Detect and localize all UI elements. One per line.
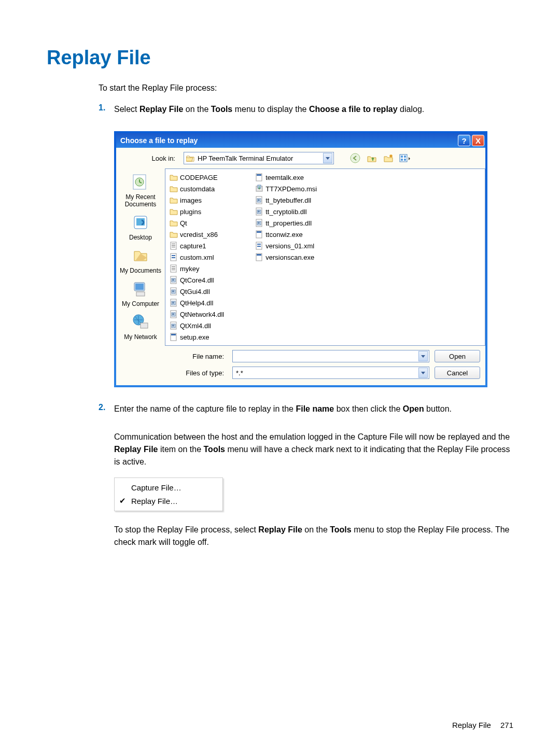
file-name-label: versions_01.xml (265, 242, 314, 250)
step1-b3: Choose a file to replay (309, 105, 398, 114)
file-icon (170, 242, 178, 250)
list-item[interactable]: CODEPAGE (170, 172, 224, 182)
file-name-label: tt_properties.dll (265, 219, 312, 227)
svg-rect-44 (257, 174, 261, 176)
file-list[interactable]: CODEPAGEcustomdataimagespluginsQtvcredis… (165, 168, 485, 346)
list-item[interactable]: capture1 (170, 241, 224, 251)
filetype-caret[interactable] (418, 368, 428, 378)
step1-b1: Replay File (139, 105, 183, 114)
file-name-label: custom.xml (180, 254, 214, 261)
menu-replay-file[interactable]: ✔ Replay File… (115, 494, 222, 508)
list-item[interactable]: setup.exe (170, 332, 224, 342)
new-folder-icon[interactable] (383, 152, 394, 164)
para2-b2: Tools (204, 445, 225, 454)
file-name-label: CODEPAGE (180, 174, 218, 181)
menu-capture-file[interactable]: Capture File… (115, 481, 222, 494)
folder-icon (170, 196, 178, 204)
list-item[interactable]: teemtalk.exe (255, 172, 317, 182)
list-item[interactable]: QtHelp4.dll (170, 298, 224, 308)
list-item[interactable]: versionscan.exe (255, 252, 317, 262)
list-item[interactable]: vcredist_x86 (170, 229, 224, 240)
list-item[interactable]: plugins (170, 206, 224, 217)
open-button[interactable]: Open (435, 350, 480, 362)
step2-num: 2. (99, 403, 105, 412)
svg-rect-12 (136, 292, 145, 296)
list-item[interactable]: QtGui4.dll (170, 286, 224, 297)
dll-icon (170, 287, 178, 296)
svg-point-31 (172, 290, 174, 292)
xml-icon (170, 253, 178, 261)
svg-rect-14 (141, 323, 148, 328)
para3-b2: Tools (330, 525, 351, 534)
para3-pre: To stop the Replay File process, select (114, 525, 258, 534)
lookin-value: HP TeemTalk Terminal Emulator (198, 154, 293, 162)
dialog-title: Choose a file to replay (120, 136, 198, 145)
folder-icon (170, 185, 178, 193)
list-item[interactable]: images (170, 195, 224, 205)
place-desktop[interactable]: Desktop (129, 212, 152, 241)
svg-point-37 (172, 313, 174, 315)
lookin-caret[interactable] (323, 153, 332, 163)
list-item[interactable]: TT7XPDemo.msi (255, 184, 317, 194)
list-item[interactable]: Qt (170, 218, 224, 228)
file-name-label: capture1 (180, 242, 206, 250)
place-mycomputer[interactable]: My Computer (122, 278, 159, 307)
file-name-label: ttconwiz.exe (265, 231, 303, 238)
place-recent[interactable]: My Recent Documents (118, 172, 163, 208)
svg-point-55 (258, 222, 260, 224)
step2-post: button. (424, 404, 452, 413)
file-name-label: QtGui4.dll (180, 288, 210, 296)
para3-b1: Replay File (258, 525, 302, 534)
list-item[interactable]: tt_cryptolib.dll (255, 206, 317, 217)
folder-icon (170, 230, 178, 238)
list-item[interactable]: ttconwiz.exe (255, 229, 317, 240)
svg-rect-57 (257, 231, 261, 233)
svg-rect-21 (172, 255, 175, 256)
views-icon[interactable] (399, 152, 411, 164)
svg-rect-60 (257, 244, 261, 245)
file-name-label: plugins (180, 208, 201, 216)
dialog-titlebar[interactable]: Choose a file to replay ? X (116, 133, 485, 148)
lookin-select[interactable]: HP TeemTalk Terminal Emulator (184, 152, 334, 164)
list-item[interactable]: QtCore4.dll (170, 275, 224, 285)
step2-pre: Enter the name of the capture file to re… (114, 404, 296, 413)
filename-input[interactable] (232, 350, 429, 362)
svg-rect-4 (404, 156, 406, 158)
svg-rect-62 (257, 254, 261, 256)
place-mynetwork[interactable]: My Network (124, 312, 157, 341)
step1-mid2: menu to display the (232, 105, 309, 114)
svg-point-28 (172, 279, 174, 281)
list-item[interactable]: customdata (170, 184, 224, 194)
step2-b1: File name (296, 404, 334, 413)
svg-rect-23 (172, 266, 175, 267)
file-name-label: tt_bytebuffer.dll (265, 196, 311, 204)
filename-caret[interactable] (418, 351, 428, 361)
place-mydocs[interactable]: My Documents (120, 245, 161, 274)
file-icon (170, 264, 178, 273)
help-button[interactable]: ? (458, 135, 470, 146)
menu-capture-file-label: Capture File… (131, 483, 181, 492)
list-item[interactable]: QtXml4.dll (170, 320, 224, 331)
dll-icon (170, 276, 178, 284)
back-icon[interactable] (349, 152, 361, 164)
file-name-label: Qt (180, 219, 187, 227)
close-button[interactable]: X (472, 135, 484, 146)
file-name-label: vcredist_x86 (180, 231, 218, 238)
tools-menu-snippet: Capture File… ✔ Replay File… (114, 477, 223, 511)
list-item[interactable]: versions_01.xml (255, 241, 317, 251)
exe-icon (170, 333, 178, 341)
filetype-select[interactable]: *.* (232, 367, 429, 379)
up-folder-icon[interactable] (366, 152, 377, 164)
cancel-button[interactable]: Cancel (435, 367, 480, 379)
step1-mid1: on the (183, 105, 211, 114)
list-item[interactable]: tt_properties.dll (255, 218, 317, 228)
dll-icon (170, 299, 178, 307)
list-item[interactable]: tt_bytebuffer.dll (255, 195, 317, 205)
dll-icon (170, 310, 178, 318)
list-item[interactable]: QtNetwork4.dll (170, 309, 224, 319)
msi-icon (255, 185, 263, 193)
list-item[interactable]: mykey (170, 263, 224, 274)
file-name-label: versionscan.exe (265, 254, 314, 261)
page-heading: Replay File (47, 47, 513, 69)
list-item[interactable]: custom.xml (170, 252, 224, 262)
